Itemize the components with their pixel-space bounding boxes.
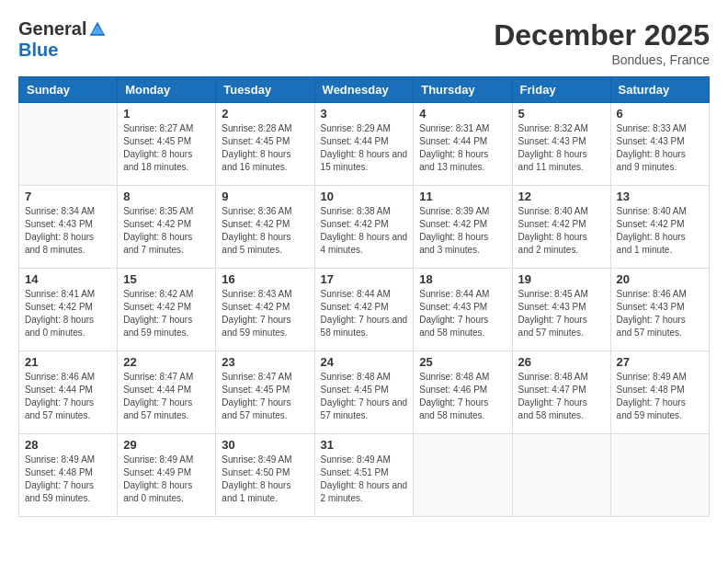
- sunset-text: Sunset: 4:48 PM: [617, 384, 703, 396]
- calendar-cell: 13Sunrise: 8:40 AMSunset: 4:42 PMDayligh…: [610, 186, 709, 269]
- day-number: 4: [419, 107, 506, 121]
- day-number: 22: [123, 355, 210, 369]
- calendar-cell: 21Sunrise: 8:46 AMSunset: 4:44 PMDayligh…: [19, 351, 118, 434]
- svg-marker-1: [92, 25, 104, 34]
- day-number: 29: [123, 438, 210, 452]
- day-number: 3: [321, 107, 408, 121]
- sunset-text: Sunset: 4:45 PM: [222, 135, 308, 148]
- sunset-text: Sunset: 4:45 PM: [222, 384, 308, 396]
- sunrise-text: Sunrise: 8:41 AM: [25, 288, 111, 301]
- day-number: 5: [518, 107, 605, 121]
- calendar-cell: 3Sunrise: 8:29 AMSunset: 4:44 PMDaylight…: [314, 103, 414, 186]
- daylight-text: Daylight: 7 hours and 57 minutes.: [25, 396, 111, 422]
- weekday-header-sunday: Sunday: [19, 77, 118, 103]
- sunset-text: Sunset: 4:43 PM: [617, 301, 703, 314]
- sunrise-text: Sunrise: 8:47 AM: [123, 371, 210, 384]
- sunrise-text: Sunrise: 8:33 AM: [617, 122, 703, 135]
- daylight-text: Daylight: 8 hours and 18 minutes.: [123, 148, 210, 174]
- daylight-text: Daylight: 7 hours and 57 minutes.: [617, 314, 703, 339]
- sunset-text: Sunset: 4:43 PM: [419, 301, 506, 314]
- location: Bondues, France: [494, 52, 710, 67]
- daylight-text: Daylight: 7 hours and 59 minutes.: [123, 314, 210, 339]
- sunset-text: Sunset: 4:42 PM: [321, 301, 408, 314]
- daylight-text: Daylight: 8 hours and 2 minutes.: [321, 479, 408, 505]
- day-info: Sunrise: 8:41 AMSunset: 4:42 PMDaylight:…: [25, 288, 111, 339]
- sunset-text: Sunset: 4:44 PM: [419, 135, 506, 148]
- daylight-text: Daylight: 8 hours and 1 minute.: [617, 231, 703, 257]
- daylight-text: Daylight: 8 hours and 13 minutes.: [419, 148, 506, 174]
- day-info: Sunrise: 8:49 AMSunset: 4:48 PMDaylight:…: [617, 371, 703, 422]
- sunrise-text: Sunrise: 8:39 AM: [419, 205, 506, 218]
- sunrise-text: Sunrise: 8:32 AM: [518, 122, 605, 135]
- daylight-text: Daylight: 8 hours and 0 minutes.: [25, 314, 111, 339]
- logo-icon: [88, 20, 107, 39]
- sunrise-text: Sunrise: 8:49 AM: [222, 454, 308, 466]
- week-row-4: 21Sunrise: 8:46 AMSunset: 4:44 PMDayligh…: [19, 351, 710, 434]
- sunrise-text: Sunrise: 8:48 AM: [419, 371, 506, 384]
- calendar-cell: 14Sunrise: 8:41 AMSunset: 4:42 PMDayligh…: [19, 269, 118, 351]
- weekday-header-monday: Monday: [118, 77, 216, 103]
- weekday-header-friday: Friday: [512, 77, 610, 103]
- daylight-text: Daylight: 8 hours and 7 minutes.: [123, 231, 210, 257]
- sunrise-text: Sunrise: 8:28 AM: [222, 122, 308, 135]
- calendar-cell: 8Sunrise: 8:35 AMSunset: 4:42 PMDaylight…: [118, 186, 216, 269]
- sunrise-text: Sunrise: 8:31 AM: [419, 122, 506, 135]
- calendar-cell: [610, 434, 709, 517]
- day-number: 18: [419, 272, 506, 286]
- day-info: Sunrise: 8:43 AMSunset: 4:42 PMDaylight:…: [222, 288, 308, 339]
- calendar-cell: 29Sunrise: 8:49 AMSunset: 4:49 PMDayligh…: [118, 434, 216, 517]
- day-info: Sunrise: 8:31 AMSunset: 4:44 PMDaylight:…: [419, 122, 506, 174]
- sunrise-text: Sunrise: 8:38 AM: [321, 205, 408, 218]
- daylight-text: Daylight: 8 hours and 9 minutes.: [617, 148, 703, 174]
- sunset-text: Sunset: 4:49 PM: [123, 466, 210, 479]
- day-number: 8: [123, 190, 210, 203]
- weekday-header-row: SundayMondayTuesdayWednesdayThursdayFrid…: [19, 77, 710, 103]
- day-info: Sunrise: 8:39 AMSunset: 4:42 PMDaylight:…: [419, 205, 506, 257]
- calendar-cell: 22Sunrise: 8:47 AMSunset: 4:44 PMDayligh…: [118, 351, 216, 434]
- day-info: Sunrise: 8:49 AMSunset: 4:51 PMDaylight:…: [321, 454, 408, 505]
- day-number: 30: [222, 438, 308, 452]
- weekday-header-wednesday: Wednesday: [314, 77, 414, 103]
- calendar-cell: 24Sunrise: 8:48 AMSunset: 4:45 PMDayligh…: [314, 351, 414, 434]
- day-info: Sunrise: 8:48 AMSunset: 4:45 PMDaylight:…: [321, 371, 408, 422]
- sunset-text: Sunset: 4:43 PM: [518, 301, 605, 314]
- daylight-text: Daylight: 7 hours and 59 minutes.: [222, 314, 308, 339]
- sunset-text: Sunset: 4:42 PM: [518, 218, 605, 231]
- calendar-cell: 18Sunrise: 8:44 AMSunset: 4:43 PMDayligh…: [414, 269, 512, 351]
- sunset-text: Sunset: 4:42 PM: [222, 218, 308, 231]
- daylight-text: Daylight: 7 hours and 58 minutes.: [419, 314, 506, 339]
- day-number: 25: [419, 355, 506, 369]
- sunset-text: Sunset: 4:45 PM: [321, 384, 408, 396]
- day-info: Sunrise: 8:48 AMSunset: 4:46 PMDaylight:…: [419, 371, 506, 422]
- daylight-text: Daylight: 7 hours and 57 minutes.: [123, 396, 210, 422]
- daylight-text: Daylight: 8 hours and 15 minutes.: [321, 148, 408, 174]
- sunrise-text: Sunrise: 8:46 AM: [25, 371, 111, 384]
- day-info: Sunrise: 8:46 AMSunset: 4:43 PMDaylight:…: [617, 288, 703, 339]
- sunset-text: Sunset: 4:42 PM: [222, 301, 308, 314]
- day-number: 11: [419, 190, 506, 203]
- weekday-header-tuesday: Tuesday: [216, 77, 314, 103]
- logo-general: General: [18, 18, 86, 40]
- sunrise-text: Sunrise: 8:42 AM: [123, 288, 210, 301]
- day-number: 6: [617, 107, 703, 121]
- daylight-text: Daylight: 8 hours and 3 minutes.: [419, 231, 506, 257]
- sunrise-text: Sunrise: 8:48 AM: [321, 371, 408, 384]
- daylight-text: Daylight: 7 hours and 57 minutes.: [518, 314, 605, 339]
- calendar-cell: 12Sunrise: 8:40 AMSunset: 4:42 PMDayligh…: [512, 186, 610, 269]
- sunrise-text: Sunrise: 8:40 AM: [518, 205, 605, 218]
- sunset-text: Sunset: 4:42 PM: [617, 218, 703, 231]
- daylight-text: Daylight: 7 hours and 57 minutes.: [321, 396, 408, 422]
- calendar-cell: 16Sunrise: 8:43 AMSunset: 4:42 PMDayligh…: [216, 269, 314, 351]
- sunset-text: Sunset: 4:44 PM: [321, 135, 408, 148]
- day-info: Sunrise: 8:38 AMSunset: 4:42 PMDaylight:…: [321, 205, 408, 257]
- day-info: Sunrise: 8:32 AMSunset: 4:43 PMDaylight:…: [518, 122, 605, 174]
- month-title: December 2025: [494, 18, 710, 52]
- week-row-2: 7Sunrise: 8:34 AMSunset: 4:43 PMDaylight…: [19, 186, 710, 269]
- sunrise-text: Sunrise: 8:44 AM: [321, 288, 408, 301]
- daylight-text: Daylight: 7 hours and 58 minutes.: [518, 396, 605, 422]
- calendar-cell: 10Sunrise: 8:38 AMSunset: 4:42 PMDayligh…: [314, 186, 414, 269]
- week-row-5: 28Sunrise: 8:49 AMSunset: 4:48 PMDayligh…: [19, 434, 710, 517]
- sunset-text: Sunset: 4:43 PM: [617, 135, 703, 148]
- sunrise-text: Sunrise: 8:43 AM: [222, 288, 308, 301]
- day-info: Sunrise: 8:33 AMSunset: 4:43 PMDaylight:…: [617, 122, 703, 174]
